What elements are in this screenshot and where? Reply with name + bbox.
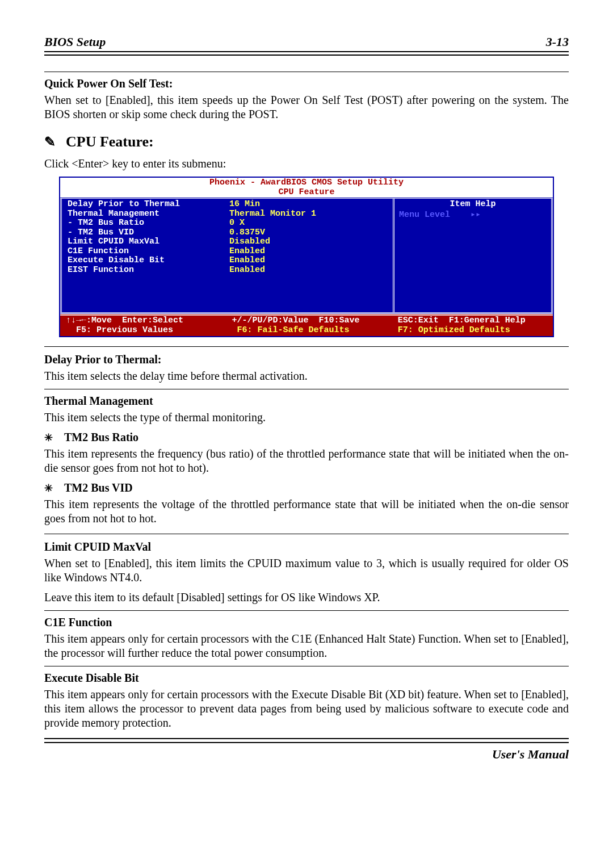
body-text: This item selects the type of thermal mo… (44, 410, 569, 425)
section-heading: Execute Disable Bit (44, 671, 569, 685)
rule (44, 72, 569, 72)
bios-footer: ↑↓→←:Move Enter:Select F5: Previous Valu… (60, 314, 553, 336)
subsection-heading: ✳ TM2 Bus VID (44, 481, 569, 495)
bios-options-pane: Delay Prior to Thermal Thermal Managemen… (62, 199, 393, 312)
page-header: BIOS Setup 3-13 (44, 34, 569, 52)
star-icon: ✳ (44, 482, 53, 495)
bios-footer-col2: +/-/PU/PD:Value F10:Save F6: Fail-Safe D… (232, 316, 397, 335)
bios-option-labels: Delay Prior to Thermal Thermal Managemen… (68, 200, 229, 288)
footer-double-rule (44, 738, 569, 740)
page-footer: User's Manual (44, 742, 569, 762)
bios-footer-col3: ESC:Exit F1:General Help F7: Optimized D… (398, 316, 547, 335)
bios-help-pane: Item Help Menu Level ▸▸ (393, 199, 551, 312)
body-text: This item represents the voltage of the … (44, 497, 569, 526)
section-heading: C1E Function (44, 615, 569, 630)
header-double-rule (44, 53, 569, 56)
section-heading: Quick Power On Self Test: (44, 77, 569, 91)
section-heading: Limit CPUID MaxVal (44, 540, 569, 554)
bios-item-help-label: Item Help (399, 200, 547, 209)
rule (44, 610, 569, 611)
header-left: BIOS Setup (44, 34, 106, 50)
body-text: When set to [Enabled], this item limits … (44, 556, 569, 585)
body-text: This item appears only for certain proce… (44, 687, 569, 730)
pointer-icon: ✎ (44, 133, 56, 150)
body-text: This item selects the delay time before … (44, 369, 569, 383)
section-heading: Thermal Management (44, 394, 569, 408)
bios-body: Delay Prior to Thermal Thermal Managemen… (60, 199, 553, 312)
bios-title-line2: CPU Feature (278, 187, 334, 197)
rule (44, 389, 569, 389)
star-icon: ✳ (44, 431, 53, 445)
cpu-feature-heading: ✎ CPU Feature: (44, 133, 569, 152)
body-text: This item appears only for certain proce… (44, 632, 569, 660)
rule (44, 666, 569, 666)
subsection-title: TM2 Bus Ratio (64, 430, 138, 445)
subsection-title: TM2 Bus VID (64, 481, 133, 495)
section-heading: Delay Prior to Thermal: (44, 353, 569, 367)
body-text: Click <Enter> key to enter its submenu: (44, 157, 569, 171)
body-text: Leave this item to its default [Disabled… (44, 590, 569, 605)
bios-title-line1: Phoenix - AwardBIOS CMOS Setup Utility (209, 178, 404, 187)
body-text: This item represents the frequency (bus … (44, 447, 569, 475)
cpu-feature-title: CPU Feature: (66, 133, 154, 152)
body-text: When set to [Enabled], this item speeds … (44, 93, 569, 121)
header-right: 3-13 (546, 34, 569, 50)
subsection-heading: ✳ TM2 Bus Ratio (44, 430, 569, 445)
bios-option-values: 16 Min Thermal Monitor 1 0 X 0.8375V Dis… (229, 200, 388, 288)
rule (44, 346, 569, 347)
rule (44, 534, 569, 534)
bios-menu-level: Menu Level ▸▸ (399, 211, 547, 220)
bios-screenshot: Phoenix - AwardBIOS CMOS Setup Utility C… (59, 177, 554, 337)
bios-footer-col1: ↑↓→←:Move Enter:Select F5: Previous Valu… (66, 316, 232, 335)
bios-title: Phoenix - AwardBIOS CMOS Setup Utility C… (60, 178, 553, 197)
